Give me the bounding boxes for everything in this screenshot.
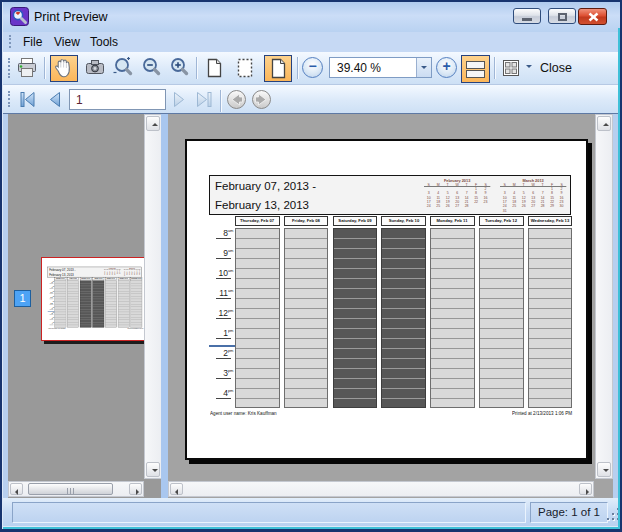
hour-label: 12pm [207,308,233,318]
scroll-left-button[interactable] [10,483,23,495]
day-column-header: Wednesday, Feb 13 [528,216,573,226]
minus-icon: − [303,58,322,75]
menu-view[interactable]: View [54,35,80,49]
snapshot-button[interactable] [82,55,108,82]
page-width-button[interactable] [232,55,258,82]
minimize-button[interactable] [513,8,541,24]
zoom-input[interactable] [331,59,415,76]
zoom-dynamic-button[interactable] [110,55,136,82]
current-time-marker [209,345,235,347]
thumbnail-panel: February 07, 2013 - February 13, 2013 Fe… [8,114,162,498]
weekend-day-column [381,228,426,408]
scroll-up-button[interactable] [597,116,611,131]
zoom-dynamic-icon [111,56,135,80]
print-button[interactable] [14,55,40,82]
mini-calendar-february: February 2013SMTWTFS12345678910111213141… [424,178,492,213]
panel-horizontal-scrollbar[interactable] [8,481,144,497]
page-dashed-icon [233,56,257,80]
scroll-down-button[interactable] [146,462,160,477]
preview-area: February 07, 2013 - February 13, 2013 Fe… [168,114,613,498]
print-preview-window: Print Preview File View Tools [0,0,622,532]
close-window-button[interactable] [578,8,607,25]
facing-pages-button[interactable] [461,55,490,83]
toolbar-grip[interactable] [8,58,11,78]
print-icon [15,56,39,80]
previous-page-button[interactable] [45,89,67,110]
facing-pages-icon [463,57,488,82]
day-column-header: Thursday, Feb 07 [235,216,280,226]
toolbar-separator [297,57,299,79]
multiple-pages-icon [499,56,523,80]
day-column [430,228,475,408]
next-page-button[interactable] [169,89,191,110]
down-arrow-icon [603,469,609,472]
whole-page-icon [266,57,290,81]
navbar-separator [220,90,222,112]
page-thumbnail[interactable]: February 07, 2013 - February 13, 2013 Fe… [41,257,148,341]
app-icon [10,7,29,26]
last-page-button[interactable] [193,89,215,110]
document-date-range: February 07, 2013 - February 13, 2013 [215,177,316,215]
hour-label: 1pm [207,328,233,338]
whole-page-button[interactable] [264,55,292,82]
panel-vertical-scrollbar[interactable] [144,114,162,479]
panel-splitter[interactable] [161,114,168,498]
day-column-header: Sunday, Feb 10 [381,216,426,226]
zoom-in-icon [167,56,191,80]
zoom-in-button[interactable] [166,55,192,82]
maximize-button[interactable] [548,8,576,24]
hour-label: 11am [207,288,233,298]
snapshot-icon [83,56,107,80]
zoom-out-button[interactable] [138,55,164,82]
menu-bar: File View Tools [3,32,619,52]
multiple-pages-dropdown-arrow[interactable] [526,65,532,71]
up-arrow-icon [603,123,609,126]
status-bar: Page: 1 of 1 [2,498,620,527]
down-arrow-icon [152,469,158,472]
scroll-left-button[interactable] [170,483,183,495]
day-column [235,228,280,408]
maximize-icon [558,13,567,21]
menubar-grip[interactable] [9,35,12,48]
hour-label: 4pm [207,388,233,398]
hour-label: 9am [207,248,233,258]
day-column-header: Monday, Feb 11 [430,216,475,226]
toolbar-separator [44,57,46,79]
weekend-day-column [333,228,378,408]
day-column [528,228,573,408]
scroll-right-button[interactable] [129,483,142,495]
actual-size-button[interactable] [201,55,227,82]
menu-file[interactable]: File [23,35,42,49]
first-page-button[interactable] [17,89,39,110]
frame-edge [0,0,622,2]
close-preview-button[interactable]: Close [540,61,572,75]
navbar-grip[interactable] [8,91,11,107]
mini-calendar-march: March 2013SMTWTFS12345678910111213141516… [500,178,568,213]
page-number-badge: 1 [14,290,31,307]
hour-label: 10am [207,268,233,278]
multiple-pages-button[interactable] [498,55,524,82]
scroll-right-button[interactable] [579,483,592,495]
zoom-dropdown-button[interactable] [416,58,431,77]
left-arrow-icon [175,489,178,495]
history-forward-button[interactable] [251,89,273,110]
pan-button[interactable] [50,55,78,82]
preview-vertical-scrollbar[interactable] [595,114,613,479]
day-column [479,228,524,408]
hour-label: 8am [207,228,233,238]
scroll-up-button[interactable] [146,116,160,131]
left-arrow-icon [15,489,18,495]
scrollbar-thumb[interactable] [28,483,113,495]
day-column-header: Friday, Feb 08 [284,216,329,226]
minimize-icon [522,18,532,21]
menu-tools[interactable]: Tools [90,35,118,49]
preview-horizontal-scrollbar[interactable] [168,481,594,497]
zoom-increase-button[interactable]: + [436,57,457,78]
page-footer-left: Agent user name: Kris Kauffman [210,411,277,416]
history-back-button[interactable] [226,89,248,110]
toolbar-separator [494,57,496,79]
page-number-input[interactable] [69,89,166,110]
scroll-down-button[interactable] [597,462,611,477]
right-arrow-icon [136,489,139,495]
zoom-decrease-button[interactable]: − [302,57,323,78]
